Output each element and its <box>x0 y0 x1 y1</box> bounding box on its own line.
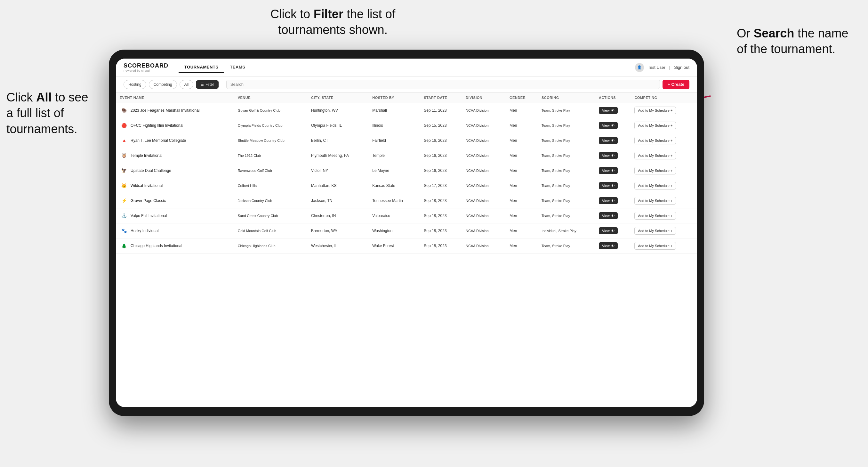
cell-venue: Jackson Country Club <box>234 193 307 208</box>
cell-actions: View 👁 <box>595 208 630 223</box>
cell-start-date: Sep 18, 2023 <box>420 193 462 208</box>
cell-division: NCAA Division I <box>462 193 506 208</box>
team-logo: 🐾 <box>120 227 128 235</box>
view-button[interactable]: View 👁 <box>599 182 618 189</box>
cell-competing: Add to My Schedule + <box>630 133 697 148</box>
cell-hosted-by: Tennessee-Martin <box>368 193 420 208</box>
cell-division: NCAA Division I <box>462 163 506 178</box>
nav-tab-tournaments[interactable]: TOURNAMENTS <box>179 62 224 73</box>
cell-actions: View 👁 <box>595 163 630 178</box>
cell-division: NCAA Division I <box>462 118 506 133</box>
filter-button[interactable]: ☰ Filter <box>196 80 219 89</box>
eye-icon: 👁 <box>611 214 615 218</box>
view-button[interactable]: View 👁 <box>599 122 618 129</box>
add-to-schedule-button[interactable]: Add to My Schedule + <box>634 152 676 159</box>
table-row: 🔺 Ryan T. Lee Memorial Collegiate Shuttl… <box>116 133 697 148</box>
hosting-button[interactable]: Hosting <box>124 80 146 89</box>
table-container: EVENT NAME VENUE CITY, STATE HOSTED BY S… <box>116 93 697 407</box>
cell-start-date: Sep 18, 2023 <box>420 223 462 239</box>
cell-gender: Men <box>506 133 538 148</box>
filter-label: Filter <box>206 82 214 87</box>
cell-scoring: Individual, Stroke Play <box>538 223 595 239</box>
cell-division: NCAA Division I <box>462 148 506 163</box>
cell-city-state: Victor, NY <box>307 163 368 178</box>
cell-city-state: Chesterton, IN <box>307 208 368 223</box>
add-to-schedule-button[interactable]: Add to My Schedule + <box>634 242 676 250</box>
cell-gender: Men <box>506 223 538 239</box>
view-button[interactable]: View 👁 <box>599 197 618 204</box>
add-to-schedule-button[interactable]: Add to My Schedule + <box>634 122 676 129</box>
cell-start-date: Sep 17, 2023 <box>420 178 462 193</box>
cell-hosted-by: Marshall <box>368 103 420 118</box>
add-to-schedule-button[interactable]: Add to My Schedule + <box>634 137 676 144</box>
cell-city-state: Olympia Fields, IL <box>307 118 368 133</box>
add-to-schedule-button[interactable]: Add to My Schedule + <box>634 182 676 189</box>
col-event-name: EVENT NAME <box>116 93 234 103</box>
cell-hosted-by: Le Moyne <box>368 163 420 178</box>
cell-gender: Men <box>506 118 538 133</box>
team-logo: 🔴 <box>120 121 128 130</box>
cell-city-state: Bremerton, WA <box>307 223 368 239</box>
tablet-device: SCOREBOARD Powered by clippd TOURNAMENTS… <box>109 50 704 416</box>
eye-icon: 👁 <box>611 184 615 188</box>
event-name-text: Chicago Highlands Invitational <box>131 244 182 248</box>
cell-venue: The 1912 Club <box>234 148 307 163</box>
cell-division: NCAA Division I <box>462 208 506 223</box>
view-button[interactable]: View 👁 <box>599 212 618 219</box>
cell-event-name: ⚡ Grover Page Classic <box>116 193 234 208</box>
cell-venue: Ravenwood Golf Club <box>234 163 307 178</box>
view-button[interactable]: View 👁 <box>599 167 618 174</box>
cell-division: NCAA Division I <box>462 103 506 118</box>
user-avatar: 👤 <box>635 63 644 72</box>
filterbar: Hosting Competing All ☰ Filter + Create <box>116 76 697 93</box>
filter-icon: ☰ <box>200 82 204 87</box>
table-row: 🦬 2023 Joe Feaganes Marshall Invitationa… <box>116 103 697 118</box>
table-row: 🐾 Husky Individual Gold Mountain Golf Cl… <box>116 223 697 239</box>
logo-sub: Powered by clippd <box>124 69 168 72</box>
col-city-state: CITY, STATE <box>307 93 368 103</box>
cell-hosted-by: Illinois <box>368 118 420 133</box>
cell-actions: View 👁 <box>595 193 630 208</box>
annotation-left: Click All to see a full list of tourname… <box>6 90 96 137</box>
cell-scoring: Team, Stroke Play <box>538 133 595 148</box>
view-button[interactable]: View 👁 <box>599 107 618 114</box>
cell-venue: Olympia Fields Country Club <box>234 118 307 133</box>
add-to-schedule-button[interactable]: Add to My Schedule + <box>634 227 676 235</box>
table-row: ⚓ Valpo Fall Invitational Sand Creek Cou… <box>116 208 697 223</box>
cell-city-state: Westchester, IL <box>307 239 368 253</box>
cell-hosted-by: Valparaiso <box>368 208 420 223</box>
add-to-schedule-button[interactable]: Add to My Schedule + <box>634 212 676 220</box>
user-label: Test User <box>648 65 665 70</box>
search-input[interactable] <box>226 80 660 89</box>
event-name-text: Husky Individual <box>131 228 158 233</box>
cell-competing: Add to My Schedule + <box>630 103 697 118</box>
add-to-schedule-button[interactable]: Add to My Schedule + <box>634 106 676 114</box>
add-to-schedule-button[interactable]: Add to My Schedule + <box>634 197 676 205</box>
cell-event-name: 🦬 2023 Joe Feaganes Marshall Invitationa… <box>116 103 234 118</box>
table-row: 🦉 Temple Invitational The 1912 Club Plym… <box>116 148 697 163</box>
table-row: ⚡ Grover Page Classic Jackson Country Cl… <box>116 193 697 208</box>
competing-button[interactable]: Competing <box>149 80 177 89</box>
nav-tab-teams[interactable]: TEAMS <box>224 62 251 73</box>
all-button[interactable]: All <box>180 80 193 89</box>
cell-city-state: Manhattan, KS <box>307 178 368 193</box>
view-button[interactable]: View 👁 <box>599 152 618 159</box>
col-hosted-by: HOSTED BY <box>368 93 420 103</box>
view-button[interactable]: View 👁 <box>599 137 618 144</box>
cell-competing: Add to My Schedule + <box>630 193 697 208</box>
topbar-right: 👤 Test User | Sign out <box>635 63 689 72</box>
create-button[interactable]: + Create <box>662 80 689 89</box>
eye-icon: 👁 <box>611 138 615 143</box>
cell-scoring: Team, Stroke Play <box>538 208 595 223</box>
cell-venue: Guyan Golf & Country Club <box>234 103 307 118</box>
add-to-schedule-button[interactable]: Add to My Schedule + <box>634 167 676 175</box>
cell-start-date: Sep 18, 2023 <box>420 239 462 253</box>
cell-gender: Men <box>506 208 538 223</box>
sign-out-link[interactable]: Sign out <box>674 65 689 70</box>
cell-competing: Add to My Schedule + <box>630 178 697 193</box>
nav-tabs: TOURNAMENTS TEAMS <box>179 62 251 73</box>
cell-city-state: Plymouth Meeting, PA <box>307 148 368 163</box>
view-button[interactable]: View 👁 <box>599 242 618 249</box>
view-button[interactable]: View 👁 <box>599 227 618 234</box>
col-start-date: START DATE <box>420 93 462 103</box>
